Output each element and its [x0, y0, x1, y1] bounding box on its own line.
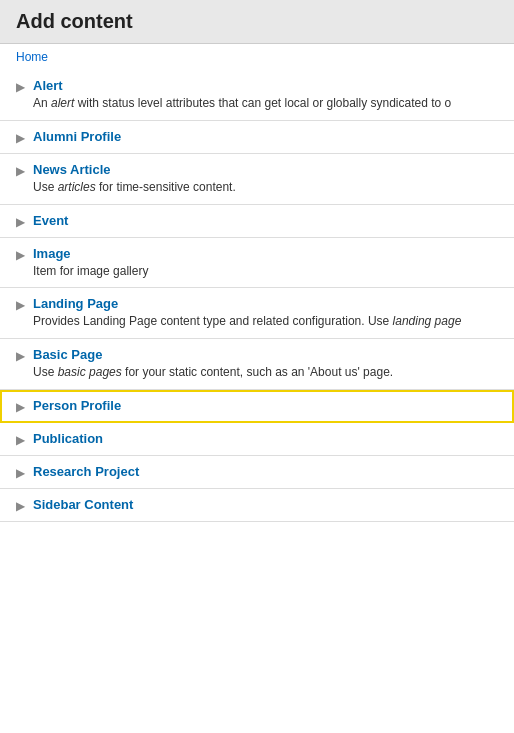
arrow-icon-alert[interactable]: ▶ [16, 80, 25, 94]
item-body-image: ImageItem for image gallery [33, 246, 498, 280]
content-item-basic-page: ▶Basic PageUse basic pages for your stat… [0, 339, 514, 390]
arrow-icon-person-profile[interactable]: ▶ [16, 400, 25, 414]
arrow-icon-basic-page[interactable]: ▶ [16, 349, 25, 363]
item-body-research-project: Research Project [33, 464, 498, 479]
item-desc-alert: An alert with status level attributes th… [33, 95, 498, 112]
content-item-publication: ▶Publication [0, 423, 514, 456]
item-body-alumni-profile: Alumni Profile [33, 129, 498, 144]
arrow-icon-event[interactable]: ▶ [16, 215, 25, 229]
item-body-basic-page: Basic PageUse basic pages for your stati… [33, 347, 498, 381]
content-item-alert: ▶AlertAn alert with status level attribu… [0, 70, 514, 121]
item-body-person-profile: Person Profile [33, 398, 498, 413]
item-title-alert[interactable]: Alert [33, 78, 63, 93]
arrow-icon-alumni-profile[interactable]: ▶ [16, 131, 25, 145]
content-item-event: ▶Event [0, 205, 514, 238]
item-title-person-profile[interactable]: Person Profile [33, 398, 121, 413]
content-item-news-article: ▶News ArticleUse articles for time-sensi… [0, 154, 514, 205]
arrow-icon-sidebar-content[interactable]: ▶ [16, 499, 25, 513]
arrow-icon-image[interactable]: ▶ [16, 248, 25, 262]
arrow-icon-research-project[interactable]: ▶ [16, 466, 25, 480]
arrow-icon-news-article[interactable]: ▶ [16, 164, 25, 178]
item-title-alumni-profile[interactable]: Alumni Profile [33, 129, 121, 144]
item-desc-news-article: Use articles for time-sensitive content. [33, 179, 498, 196]
item-title-event[interactable]: Event [33, 213, 68, 228]
item-title-landing-page[interactable]: Landing Page [33, 296, 118, 311]
item-body-alert: AlertAn alert with status level attribut… [33, 78, 498, 112]
item-title-news-article[interactable]: News Article [33, 162, 111, 177]
item-body-news-article: News ArticleUse articles for time-sensit… [33, 162, 498, 196]
item-desc-basic-page: Use basic pages for your static content,… [33, 364, 498, 381]
arrow-icon-landing-page[interactable]: ▶ [16, 298, 25, 312]
item-body-landing-page: Landing PageProvides Landing Page conten… [33, 296, 498, 330]
breadcrumb: Home [0, 44, 514, 70]
arrow-icon-publication[interactable]: ▶ [16, 433, 25, 447]
item-body-event: Event [33, 213, 498, 228]
content-item-person-profile: ▶Person Profile [0, 390, 514, 423]
item-desc-landing-page: Provides Landing Page content type and r… [33, 313, 498, 330]
content-item-landing-page: ▶Landing PageProvides Landing Page conte… [0, 288, 514, 339]
content-item-image: ▶ImageItem for image gallery [0, 238, 514, 289]
item-body-sidebar-content: Sidebar Content [33, 497, 498, 512]
page-header: Add content [0, 0, 514, 44]
item-title-sidebar-content[interactable]: Sidebar Content [33, 497, 133, 512]
content-list: ▶AlertAn alert with status level attribu… [0, 70, 514, 522]
page-title: Add content [16, 10, 498, 33]
item-title-research-project[interactable]: Research Project [33, 464, 139, 479]
breadcrumb-home-link[interactable]: Home [16, 50, 48, 64]
content-item-research-project: ▶Research Project [0, 456, 514, 489]
item-desc-image: Item for image gallery [33, 263, 498, 280]
item-body-publication: Publication [33, 431, 498, 446]
item-title-publication[interactable]: Publication [33, 431, 103, 446]
item-title-image[interactable]: Image [33, 246, 71, 261]
item-title-basic-page[interactable]: Basic Page [33, 347, 102, 362]
content-item-alumni-profile: ▶Alumni Profile [0, 121, 514, 154]
content-item-sidebar-content: ▶Sidebar Content [0, 489, 514, 522]
